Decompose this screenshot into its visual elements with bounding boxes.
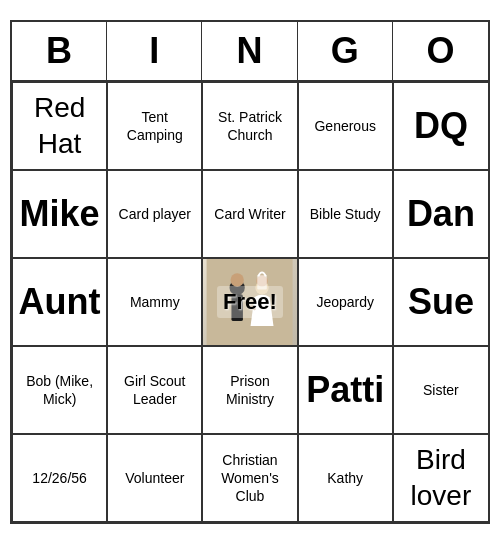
- bingo-cell-22: Christian Women's Club: [202, 434, 297, 522]
- header-n: N: [202, 22, 297, 80]
- bingo-header: B I N G O: [12, 22, 488, 82]
- bingo-cell-23: Kathy: [298, 434, 393, 522]
- bingo-cell-18: Patti: [298, 346, 393, 434]
- bingo-cell-3: Generous: [298, 82, 393, 170]
- bingo-cell-20: 12/26/56: [12, 434, 107, 522]
- bingo-card: B I N G O Red HatTent CampingSt. Patrick…: [10, 20, 490, 524]
- free-label: Free!: [217, 286, 283, 319]
- bingo-cell-9: Dan: [393, 170, 488, 258]
- bingo-cell-14: Sue: [393, 258, 488, 346]
- bingo-cell-17: Prison Ministry: [202, 346, 297, 434]
- bingo-cell-0: Red Hat: [12, 82, 107, 170]
- header-o: O: [393, 22, 488, 80]
- bingo-cell-16: Girl Scout Leader: [107, 346, 202, 434]
- bingo-grid: Red HatTent CampingSt. Patrick ChurchGen…: [12, 82, 488, 522]
- bingo-cell-5: Mike: [12, 170, 107, 258]
- header-g: G: [298, 22, 393, 80]
- bingo-cell-21: Volunteer: [107, 434, 202, 522]
- bingo-cell-12: Free!: [202, 258, 297, 346]
- bingo-cell-11: Mammy: [107, 258, 202, 346]
- header-b: B: [12, 22, 107, 80]
- bingo-cell-1: Tent Camping: [107, 82, 202, 170]
- bingo-cell-19: Sister: [393, 346, 488, 434]
- bingo-cell-13: Jeopardy: [298, 258, 393, 346]
- header-i: I: [107, 22, 202, 80]
- bingo-cell-24: Bird lover: [393, 434, 488, 522]
- bingo-cell-7: Card Writer: [202, 170, 297, 258]
- bingo-cell-10: Aunt: [12, 258, 107, 346]
- bingo-cell-8: Bible Study: [298, 170, 393, 258]
- svg-point-4: [231, 273, 244, 286]
- bingo-cell-6: Card player: [107, 170, 202, 258]
- bingo-cell-4: DQ: [393, 82, 488, 170]
- bingo-cell-2: St. Patrick Church: [202, 82, 297, 170]
- bingo-cell-15: Bob (Mike, Mick): [12, 346, 107, 434]
